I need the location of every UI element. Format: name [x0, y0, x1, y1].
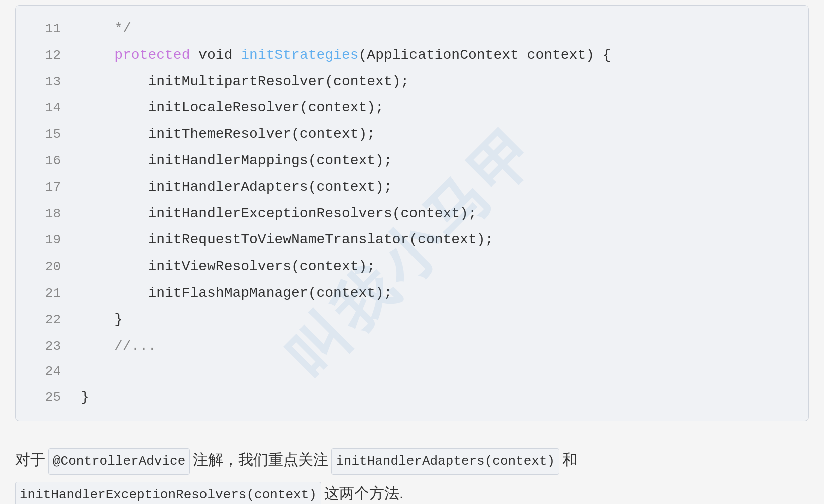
line-number: 20: [31, 257, 61, 278]
code-line: 17 initHandlerAdapters(context);: [16, 174, 808, 201]
code-line: 15 initThemeResolver(context);: [16, 121, 808, 148]
line-number: 21: [31, 283, 61, 304]
prose-line-1: 对于 @ControllerAdvice 注解，我们重点关注 initHandl…: [15, 446, 809, 475]
code-line: 24: [16, 359, 808, 384]
prose-line-2: initHandlerExceptionResolvers(context) 这…: [15, 480, 809, 504]
line-number: 16: [31, 151, 61, 172]
code-line: 12 protected void initStrategies(Applica…: [16, 42, 808, 69]
code-token: //...: [81, 338, 156, 354]
code-token: initMultipartResolver(context);: [81, 74, 409, 89]
prose-text-3: 和: [562, 446, 577, 473]
code-token: initFlashMapManager(context);: [81, 285, 392, 301]
code-block: 11 */12 protected void initStrategies(Ap…: [15, 5, 809, 421]
line-number: 11: [31, 19, 61, 40]
code-line: 13 initMultipartResolver(context);: [16, 69, 808, 95]
code-token: initHandlerMappings(context);: [81, 153, 392, 168]
prose-text-1: 对于: [15, 446, 45, 473]
code-token: initRequestToViewNameTranslator(context)…: [81, 232, 493, 247]
code-token: }: [81, 312, 123, 327]
code-line: 19 initRequestToViewNameTranslator(conte…: [16, 227, 808, 254]
code-line: 20 initViewResolvers(context);: [16, 254, 808, 280]
code-token: initLocaleResolver(context);: [81, 100, 384, 115]
line-content: initHandlerExceptionResolvers(context);: [81, 203, 477, 225]
line-content: initHandlerAdapters(context);: [81, 176, 392, 199]
code-line: 18 initHandlerExceptionResolvers(context…: [16, 201, 808, 227]
code-line: 16 initHandlerMappings(context);: [16, 148, 808, 174]
line-number: 18: [31, 204, 61, 225]
code-token: (ApplicationContext context) {: [359, 47, 611, 63]
line-number: 14: [31, 98, 61, 119]
line-number: 24: [31, 361, 61, 382]
prose-code-3: initHandlerExceptionResolvers(context): [15, 482, 321, 504]
code-token: void: [190, 47, 241, 63]
code-line: 22 }: [16, 307, 808, 333]
line-content: initViewResolvers(context);: [81, 256, 375, 278]
line-number: 12: [31, 45, 61, 66]
code-token: initThemeResolver(context);: [81, 126, 375, 142]
code-token: protected: [114, 47, 190, 63]
code-token: [81, 47, 114, 63]
code-line: 14 initLocaleResolver(context);: [16, 95, 808, 121]
line-number: 15: [31, 124, 61, 145]
line-number: 23: [31, 336, 61, 357]
line-content: initMultipartResolver(context);: [81, 71, 409, 93]
prose-text-2: 注解，我们重点关注: [193, 446, 328, 473]
line-content: initHandlerMappings(context);: [81, 150, 392, 172]
line-number: 19: [31, 230, 61, 251]
line-number: 17: [31, 177, 61, 198]
prose-text-4: 这两个方法.: [324, 480, 403, 504]
code-token: initViewResolvers(context);: [81, 259, 375, 274]
code-line: 11 */: [16, 16, 808, 42]
code-line: 25}: [16, 384, 808, 411]
line-content: initFlashMapManager(context);: [81, 282, 392, 305]
line-content: }: [81, 309, 123, 331]
line-content: //...: [81, 335, 156, 358]
code-token: */: [81, 21, 131, 36]
code-token: initHandlerExceptionResolvers(context);: [81, 206, 477, 221]
line-number: 22: [31, 310, 61, 331]
code-token: initStrategies: [241, 47, 358, 63]
line-content: */: [81, 18, 131, 40]
prose-section: 对于 @ControllerAdvice 注解，我们重点关注 initHandl…: [0, 436, 824, 504]
line-content: initThemeResolver(context);: [81, 123, 375, 146]
code-token: initHandlerAdapters(context);: [81, 179, 392, 195]
line-content: initRequestToViewNameTranslator(context)…: [81, 229, 493, 251]
line-content: }: [81, 386, 89, 409]
prose-code-2: initHandlerAdapters(context): [331, 448, 559, 475]
code-token: }: [81, 389, 89, 405]
code-line: 21 initFlashMapManager(context);: [16, 280, 808, 307]
line-content: initLocaleResolver(context);: [81, 97, 384, 119]
line-number: 13: [31, 72, 61, 93]
code-line: 23 //...: [16, 333, 808, 360]
line-number: 25: [31, 387, 61, 408]
prose-code-1: @ControllerAdvice: [48, 448, 190, 475]
line-content: protected void initStrategies(Applicatio…: [81, 44, 611, 67]
